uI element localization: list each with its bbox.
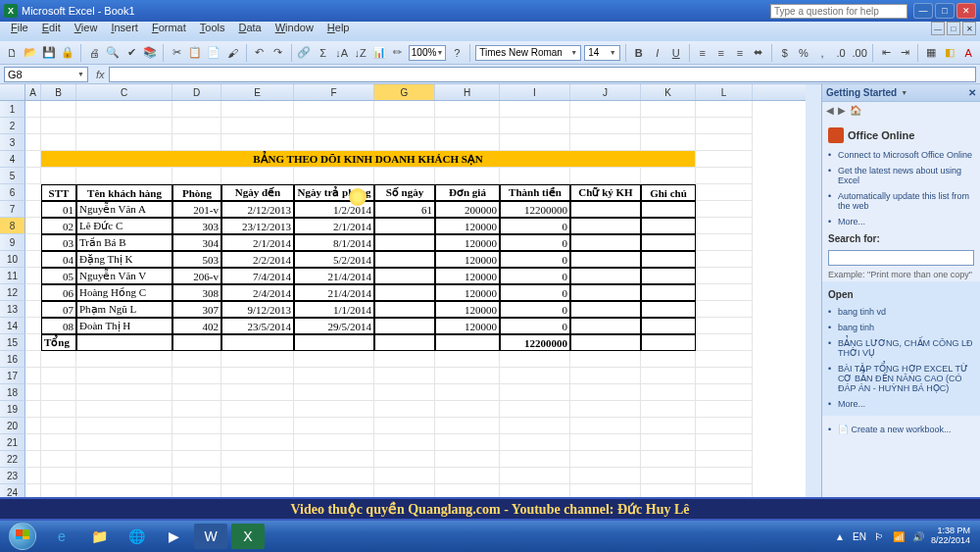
cell[interactable] [570,334,641,351]
zoom-combo[interactable]: 100%▼ [409,45,447,61]
maximize-button[interactable]: □ [935,3,955,19]
cell[interactable] [641,168,696,184]
sort-desc-icon[interactable]: ↓Z [353,44,368,62]
cell[interactable] [641,118,696,134]
cell[interactable] [41,168,76,184]
cell[interactable] [172,368,221,384]
cell[interactable]: 303 [172,218,221,234]
cell[interactable] [41,368,76,384]
cell[interactable] [25,434,41,451]
cell[interactable] [696,351,753,368]
cell[interactable] [570,368,641,384]
cell[interactable]: 308 [172,284,221,301]
sum-icon[interactable]: Σ [316,44,331,62]
cell[interactable] [374,268,435,284]
font-combo[interactable]: Times New Roman▼ [475,45,581,61]
cell[interactable] [172,334,221,351]
row-header[interactable]: 20 [0,418,25,434]
cell[interactable]: Nguyễn Văn A [76,201,172,218]
redo-icon[interactable]: ↷ [270,44,285,62]
cell[interactable] [25,451,41,468]
cell[interactable]: 120000 [435,234,500,251]
cell[interactable] [374,401,435,418]
cell[interactable] [25,184,41,201]
cell[interactable]: Tổng [41,334,76,351]
cell[interactable] [374,334,435,351]
menu-insert[interactable]: Insert [104,19,145,36]
cell[interactable] [172,134,221,151]
cell[interactable] [25,368,41,384]
cell[interactable] [76,384,172,401]
row-header[interactable]: 9 [0,234,25,251]
cell[interactable] [500,451,570,468]
print-icon[interactable]: 🖨 [86,44,102,62]
hyperlink-icon[interactable]: 🔗 [296,44,312,62]
cell[interactable] [641,101,696,118]
start-button[interactable] [4,521,41,552]
menu-format[interactable]: Format [145,19,193,36]
cell[interactable]: 2/12/2013 [221,201,294,218]
taskpane-home-icon[interactable]: 🏠 [850,105,861,116]
cell[interactable] [172,451,221,468]
cell[interactable] [172,434,221,451]
cell[interactable]: 61 [374,201,435,218]
cell[interactable]: 206-v [172,268,221,284]
col-header-A[interactable]: A [25,84,41,100]
row-header[interactable]: 10 [0,251,25,268]
save-icon[interactable]: 💾 [41,44,57,62]
cell[interactable] [25,284,41,301]
cell[interactable] [570,351,641,368]
cell[interactable] [435,368,500,384]
help-input[interactable] [770,4,907,19]
cell[interactable] [500,368,570,384]
cell[interactable] [641,468,696,484]
cell[interactable] [435,418,500,434]
tray-up-icon[interactable]: ▲ [833,529,847,543]
cell[interactable]: 0 [500,268,570,284]
minimize-button[interactable]: — [913,3,933,19]
cell[interactable] [500,168,570,184]
cell[interactable] [374,368,435,384]
cell[interactable] [221,384,294,401]
cell[interactable] [570,268,641,284]
cell[interactable] [221,118,294,134]
row-header[interactable]: 16 [0,351,25,368]
cell[interactable] [696,384,753,401]
cell[interactable] [500,134,570,151]
format-painter-icon[interactable]: 🖌 [224,44,240,62]
row-header[interactable]: 13 [0,301,25,318]
cell[interactable] [570,418,641,434]
cell[interactable] [41,118,76,134]
worksheet-grid[interactable]: ABCDEFGHIJKL 1234BẢNG THEO DÕI KINH DOAN… [0,84,806,521]
cell[interactable] [696,401,753,418]
dec-indent-icon[interactable]: ⇤ [878,44,894,62]
col-header-D[interactable]: D [172,84,221,100]
currency-icon[interactable]: $ [777,44,793,62]
row-header[interactable]: 22 [0,451,25,468]
col-header-B[interactable]: B [41,84,76,100]
taskpane-link[interactable]: Get the latest news about using Excel [828,163,974,188]
media-icon[interactable]: ▶ [157,524,190,549]
cell[interactable] [500,401,570,418]
cell[interactable] [41,134,76,151]
cell[interactable] [374,284,435,301]
merge-icon[interactable]: ⬌ [751,44,766,62]
cell[interactable] [294,134,374,151]
chart-icon[interactable]: 📊 [371,44,387,62]
cell[interactable] [500,384,570,401]
font-size-combo[interactable]: 14▼ [584,45,620,61]
cell[interactable]: STT [41,184,76,201]
cell[interactable] [570,201,641,218]
cell[interactable] [696,234,753,251]
open-recent-link[interactable]: BÀI TẬP TỔNG HỢP EXCEL TỪ CƠ BẢN ĐẾN NÂN… [828,361,974,396]
cell[interactable] [435,434,500,451]
new-icon[interactable]: 🗋 [4,44,20,62]
tray-flag-icon[interactable]: 🏳 [872,529,886,543]
cell[interactable]: 402 [172,318,221,334]
permission-icon[interactable]: 🔒 [60,44,75,62]
cell[interactable]: 03 [41,234,76,251]
cell[interactable] [294,468,374,484]
cell[interactable] [641,284,696,301]
cell[interactable]: 1/2/2014 [294,201,374,218]
cell[interactable] [374,418,435,434]
